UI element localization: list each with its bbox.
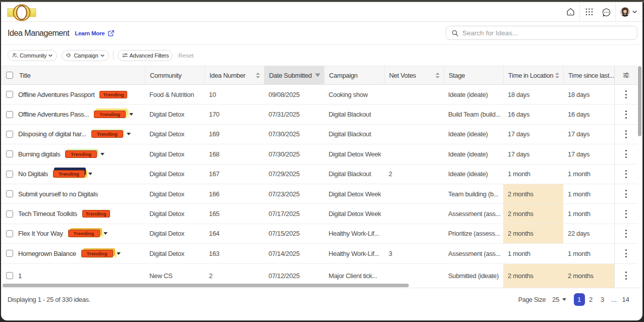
page-size-dropdown[interactable]: 25 — [552, 296, 566, 303]
sort-icon[interactable] — [555, 72, 560, 79]
column-header-date_submitted[interactable]: Date Submitted — [264, 66, 324, 84]
campaign-cell: Digital Detox Week — [324, 184, 384, 203]
idea-title-cell: Flex It Your WayTrending — [16, 224, 145, 243]
topnav-actions — [562, 2, 639, 22]
trending-badge[interactable]: Trending — [81, 250, 113, 257]
trending-badge[interactable]: Trending — [82, 210, 110, 218]
idea-title-link[interactable]: No Digitals — [18, 170, 48, 178]
row-menu-button[interactable] — [622, 227, 630, 241]
row-menu-button[interactable] — [622, 127, 630, 141]
row-checkbox[interactable] — [6, 272, 13, 279]
date-submitted-cell: 07/17/2025 — [264, 204, 324, 223]
sort-desc-icon[interactable] — [315, 73, 320, 77]
row-menu-button[interactable] — [622, 246, 630, 260]
advanced-filters-button[interactable]: Advanced Filters — [118, 50, 173, 61]
app-window: Idea Management Learn More Commun — [1, 2, 642, 320]
idea-title-link[interactable]: Submit yourself to no Digitals — [18, 190, 98, 198]
page-size-label: Page Size — [518, 296, 546, 303]
idea-title-link[interactable]: Burning digitals — [18, 150, 60, 158]
table-row: Offline Adventures Pass...TrendingDigita… — [1, 104, 637, 124]
megaphone-icon — [66, 52, 72, 59]
row-checkbox-cell — [1, 125, 16, 144]
badge-expand-caret[interactable] — [103, 232, 108, 235]
page-button-2[interactable]: 2 — [585, 293, 597, 306]
select-all-checkbox[interactable] — [6, 72, 13, 79]
time-in-location-cell: 1 month — [503, 244, 563, 263]
trending-badge[interactable]: Trending — [65, 150, 97, 158]
trending-badge[interactable]: Trending — [91, 130, 123, 138]
community-filter-label: Community — [20, 52, 46, 59]
chat-button[interactable] — [598, 2, 615, 22]
table-row: Homegrown BalanceTrendingDigital Detox16… — [1, 244, 637, 263]
reset-filters-button[interactable]: Reset — [178, 52, 193, 59]
column-header-campaign[interactable]: Campaign — [324, 66, 384, 84]
row-checkbox[interactable] — [6, 111, 13, 118]
idea-title-link[interactable]: Homegrown Balance — [18, 250, 76, 257]
vertical-scrollbar[interactable] — [638, 66, 641, 136]
page-button-14[interactable]: 14 — [620, 293, 631, 306]
column-header-title[interactable]: Title — [16, 66, 145, 84]
table-body: Offline Adventures PassportTrendingFood … — [1, 85, 637, 288]
time-in-location-cell: 2 months — [503, 264, 563, 288]
idea-title-link[interactable]: Flex It Your Way — [18, 230, 63, 237]
row-checkbox[interactable] — [6, 250, 13, 257]
column-header-idea_number[interactable]: Idea Number — [204, 66, 264, 84]
idea-number-cell: 167 — [204, 165, 264, 184]
campaign-cell: Digital Detox Week — [324, 204, 384, 223]
row-menu-button[interactable] — [622, 108, 630, 122]
table-row: Submit yourself to no DigitalsDigital De… — [1, 184, 637, 204]
page-button-3[interactable]: 3 — [597, 293, 608, 306]
badge-expand-caret[interactable] — [127, 133, 131, 135]
column-header-time_in_location[interactable]: Time in Location — [503, 66, 563, 84]
idea-number-cell: 165 — [204, 204, 264, 223]
sort-icon[interactable] — [435, 72, 440, 79]
trending-badge[interactable]: Trending — [99, 91, 127, 98]
row-menu-button[interactable] — [622, 207, 630, 221]
row-checkbox[interactable] — [6, 91, 13, 98]
row-checkbox[interactable] — [6, 131, 13, 138]
row-checkbox[interactable] — [6, 190, 13, 197]
page-button-1[interactable]: 1 — [574, 293, 585, 306]
community-cell: Digital Detox — [145, 244, 204, 263]
idea-title-link[interactable]: Offline Adventures Pass... — [18, 111, 89, 118]
home-button[interactable] — [562, 2, 579, 22]
time-since-last-cell: 2 months — [563, 264, 614, 288]
row-menu-button[interactable] — [622, 187, 630, 201]
badge-expand-caret[interactable] — [117, 252, 121, 255]
horizontal-scrollbar[interactable] — [3, 284, 409, 287]
column-settings-icon — [622, 72, 630, 79]
row-menu-button[interactable] — [622, 167, 630, 181]
column-header-time_since_last[interactable]: Time since last... — [563, 66, 614, 84]
row-checkbox[interactable] — [6, 171, 13, 178]
campaign-filter[interactable]: Campaign — [62, 50, 109, 61]
app-launcher-button[interactable] — [580, 2, 598, 22]
trending-badge[interactable]: Trending — [68, 230, 100, 237]
row-menu-button[interactable] — [622, 269, 630, 283]
brand-logo[interactable] — [7, 3, 36, 22]
search-box[interactable] — [446, 26, 637, 40]
community-filter[interactable]: Community — [8, 50, 57, 61]
row-checkbox[interactable] — [6, 150, 13, 157]
learn-more-link[interactable]: Learn More — [75, 30, 115, 37]
badge-expand-caret[interactable] — [100, 153, 104, 155]
row-menu-button[interactable] — [622, 87, 630, 101]
idea-title-link[interactable]: Tech Timeout Toolkits — [18, 210, 77, 218]
row-checkbox[interactable] — [6, 230, 13, 237]
trending-badge[interactable]: Trending — [53, 170, 85, 178]
user-menu[interactable] — [616, 2, 639, 22]
badge-expand-caret[interactable] — [88, 173, 92, 175]
idea-title-link[interactable]: 1 — [18, 272, 22, 280]
campaign-cell: Healthy Work-Lif... — [324, 244, 384, 263]
row-menu-button[interactable] — [622, 147, 630, 161]
column-header-net_votes[interactable]: Net Votes — [384, 66, 444, 84]
sort-icon[interactable] — [255, 72, 260, 79]
column-header-stage[interactable]: Stage — [444, 66, 503, 84]
trending-badge[interactable]: Trending — [94, 111, 126, 118]
badge-expand-caret[interactable] — [129, 113, 133, 116]
column-header-community[interactable]: Community — [145, 66, 204, 84]
idea-title-link[interactable]: Diisposing of digital har... — [18, 130, 86, 138]
column-settings-button[interactable] — [614, 66, 637, 84]
idea-title-link[interactable]: Offline Adventures Passport — [18, 91, 94, 98]
search-input[interactable] — [462, 29, 632, 37]
row-checkbox[interactable] — [6, 210, 13, 218]
